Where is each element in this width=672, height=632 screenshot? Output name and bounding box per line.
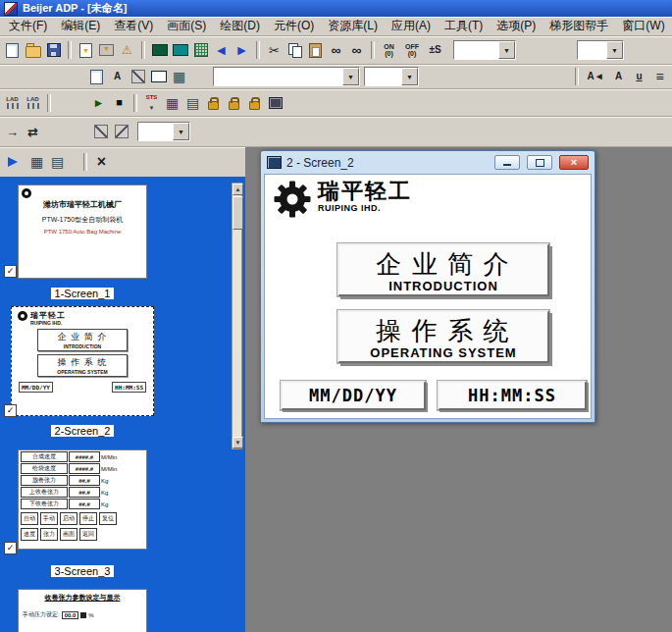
zoom-dropdown[interactable] xyxy=(577,40,624,60)
next-screen-icon[interactable] xyxy=(232,40,252,60)
thumb1-caption: PTW 1750 Auto Bag Machine xyxy=(19,229,146,235)
screen-pointer-icon[interactable] xyxy=(2,152,23,172)
state-dropdown[interactable] xyxy=(453,40,516,60)
thumb4-setting-row: 手动压力设定: 00.0 % xyxy=(23,610,142,619)
lad-edit-icon[interactable]: LAD xyxy=(23,93,43,113)
lock-icon[interactable] xyxy=(203,93,224,113)
menu-item-tools[interactable]: 工具(T) xyxy=(438,16,490,36)
menu-item-options[interactable]: 选项(P) xyxy=(490,16,543,36)
maximize-button[interactable] xyxy=(527,155,552,170)
chevron-down-icon xyxy=(173,123,189,140)
copy-icon[interactable] xyxy=(284,40,305,60)
menu-item-ladder-helper[interactable]: 梯形图帮手 xyxy=(543,16,615,36)
simulate-stop-icon[interactable] xyxy=(109,93,129,113)
pointer-tool-icon[interactable] xyxy=(86,67,107,86)
gear-logo-icon xyxy=(273,180,312,219)
introduction-button[interactable]: 企 业 简 介 INTRODUCTION xyxy=(337,243,549,296)
toolbar-text: A A◄ A u xyxy=(0,65,672,89)
close-button[interactable] xyxy=(559,155,589,170)
find-icon[interactable] xyxy=(326,40,346,60)
open-icon[interactable] xyxy=(23,40,43,60)
fill-color-icon[interactable] xyxy=(149,40,170,60)
menu-item-library[interactable]: 资源库(L) xyxy=(321,16,385,36)
screen-thumbnail-3[interactable]: 合成速度 ####.# M/Min 给袋速度 ####.# M/Min 放卷张力… xyxy=(18,449,147,550)
toolbar-separator xyxy=(371,41,375,59)
set-reset-button[interactable]: ±S xyxy=(425,40,445,60)
scroll-down-icon[interactable] xyxy=(233,437,243,448)
menu-item-view[interactable]: 查看(V) xyxy=(107,16,160,36)
sidebar-scrollbar[interactable] xyxy=(232,183,242,449)
cut-icon[interactable] xyxy=(264,40,284,60)
screen2-title: 2 - Screen_2 xyxy=(286,156,488,170)
scrollbar-thumb[interactable] xyxy=(233,196,243,230)
screen2-titlebar[interactable]: 2 - Screen_2 xyxy=(264,151,592,174)
download-icon[interactable] xyxy=(96,40,117,60)
toolbar-separator xyxy=(575,68,579,85)
new-icon[interactable] xyxy=(2,40,23,60)
io-table-icon[interactable] xyxy=(162,93,182,113)
line-tool-icon[interactable] xyxy=(128,67,148,86)
table-row: 放卷张力 ##.# Kg xyxy=(21,475,144,486)
menu-item-application[interactable]: 应用(A) xyxy=(385,16,438,36)
screen-list-icon[interactable] xyxy=(26,152,47,172)
toolbar-separator xyxy=(83,153,87,171)
menu-item-object[interactable]: 元件(O) xyxy=(267,16,321,36)
on-state-button[interactable]: ON(0) xyxy=(379,40,399,60)
font-name-dropdown[interactable] xyxy=(213,67,360,86)
save-icon[interactable] xyxy=(43,40,64,60)
font-size-dropdown[interactable] xyxy=(364,67,419,86)
rotate-icon[interactable] xyxy=(90,122,111,141)
align-icon[interactable] xyxy=(649,67,670,86)
off-state-button[interactable]: OFF(0) xyxy=(399,40,425,60)
io-table-lock-icon[interactable] xyxy=(182,93,203,113)
font-shrink-button[interactable]: A◄ xyxy=(583,67,608,86)
table-tool-icon[interactable] xyxy=(169,67,189,86)
grid-pattern-icon[interactable] xyxy=(190,40,211,60)
screen-thumbnail-4[interactable]: 收卷张力参数设定与显示 手动压力设定: 00.0 % xyxy=(18,589,147,632)
rect-tool-icon[interactable] xyxy=(148,67,169,86)
underline-button[interactable]: u xyxy=(629,67,649,86)
simulate-run-icon[interactable] xyxy=(88,93,109,113)
text-tool-icon[interactable]: A xyxy=(107,67,128,86)
swap-arrows-icon[interactable] xyxy=(23,122,43,141)
titlebar[interactable]: Beijer ADP - [未命名] xyxy=(0,0,672,17)
lock-icon[interactable] xyxy=(244,93,265,113)
screen2-canvas[interactable]: 瑞平轻工 RUIPING IHD. 企 业 简 介 INTRODUCTION 操… xyxy=(264,174,592,419)
paste-icon[interactable] xyxy=(305,40,326,60)
operating-system-button[interactable]: 操 作 系 统 OPERATING SYSTEM xyxy=(337,310,549,363)
lock-icon[interactable] xyxy=(224,93,244,113)
screen-thumbnail-1[interactable]: 潍坊市瑞平轻工机械厂 PTW-1750型全自动制袋机 PTW 1750 Auto… xyxy=(18,184,147,279)
chip-icon[interactable] xyxy=(265,93,285,113)
screen-grid-icon[interactable] xyxy=(47,152,68,172)
menu-item-screen[interactable]: 画面(S) xyxy=(160,16,213,36)
tab-order-icon[interactable] xyxy=(2,122,23,141)
font-button[interactable]: A xyxy=(608,67,629,86)
screen2-window: 2 - Screen_2 xyxy=(260,150,595,423)
brand-logo-object[interactable]: 瑞平轻工 RUIPING IHD. xyxy=(273,180,412,219)
screen-checkbox-1[interactable] xyxy=(4,265,17,278)
prev-screen-icon[interactable] xyxy=(211,40,232,60)
compile-icon[interactable] xyxy=(76,40,96,60)
menu-item-edit[interactable]: 编辑(E) xyxy=(54,16,107,36)
menu-item-file[interactable]: 文件(F) xyxy=(2,16,54,36)
table-row: 合成速度 ####.# M/Min xyxy=(21,451,144,462)
sts-monitor-icon[interactable]: STS xyxy=(141,93,162,113)
alarm-icon[interactable] xyxy=(117,40,137,60)
screen-checkbox-2[interactable] xyxy=(4,404,17,417)
menu-item-draw[interactable]: 绘图(D) xyxy=(213,16,267,36)
scroll-up-icon[interactable] xyxy=(233,184,243,195)
screen-thumbnail-2-selected[interactable]: 瑞平轻工 RUIPING IHD. 企 业 简 介 INTRODUCTION 操… xyxy=(11,306,154,416)
minimize-button[interactable] xyxy=(494,155,520,170)
frame-color-icon[interactable] xyxy=(170,40,190,60)
date-display-field[interactable]: MM/DD/YY xyxy=(281,381,426,410)
time-display-field[interactable]: HH:MM:SS xyxy=(438,381,587,410)
find-next-icon[interactable] xyxy=(346,40,367,60)
scale-dropdown[interactable] xyxy=(137,122,190,141)
mirror-icon[interactable] xyxy=(111,122,131,141)
toolbar-separator xyxy=(47,94,51,112)
close-panel-icon[interactable] xyxy=(91,152,112,172)
chevron-down-icon xyxy=(401,68,418,85)
menu-item-window[interactable]: 窗口(W) xyxy=(615,16,671,36)
lad-view-icon[interactable]: LAD xyxy=(2,93,23,113)
screen-checkbox-3[interactable] xyxy=(4,542,17,554)
